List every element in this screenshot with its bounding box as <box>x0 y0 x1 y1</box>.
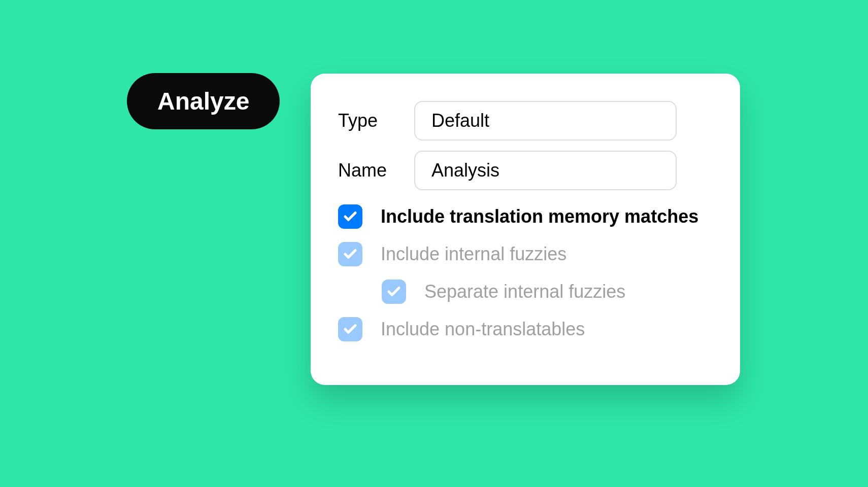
type-row: Type <box>338 101 713 141</box>
check-icon <box>386 284 402 299</box>
analyze-button[interactable]: Analyze <box>127 73 280 129</box>
internal-fuzzies-label: Include internal fuzzies <box>381 244 566 265</box>
non-translatables-checkbox[interactable] <box>338 317 362 341</box>
internal-fuzzies-row: Include internal fuzzies <box>338 242 713 266</box>
separate-fuzzies-label: Separate internal fuzzies <box>424 281 625 302</box>
name-row: Name <box>338 151 713 190</box>
type-label: Type <box>338 110 414 131</box>
tm-matches-checkbox[interactable] <box>338 204 362 229</box>
checkbox-section: Include translation memory matches Inclu… <box>338 204 713 341</box>
non-translatables-label: Include non-translatables <box>381 319 585 340</box>
settings-card: Type Name Include translation memory mat… <box>311 74 740 385</box>
name-label: Name <box>338 160 414 181</box>
non-translatables-row: Include non-translatables <box>338 317 713 341</box>
check-icon <box>343 322 358 337</box>
tm-matches-label: Include translation memory matches <box>381 206 698 227</box>
check-icon <box>343 209 358 224</box>
name-input[interactable] <box>414 151 677 190</box>
tm-matches-row: Include translation memory matches <box>338 204 713 229</box>
separate-fuzzies-checkbox[interactable] <box>382 280 406 304</box>
type-input[interactable] <box>414 101 677 141</box>
check-icon <box>343 247 358 262</box>
separate-fuzzies-row: Separate internal fuzzies <box>338 280 713 304</box>
internal-fuzzies-checkbox[interactable] <box>338 242 362 266</box>
